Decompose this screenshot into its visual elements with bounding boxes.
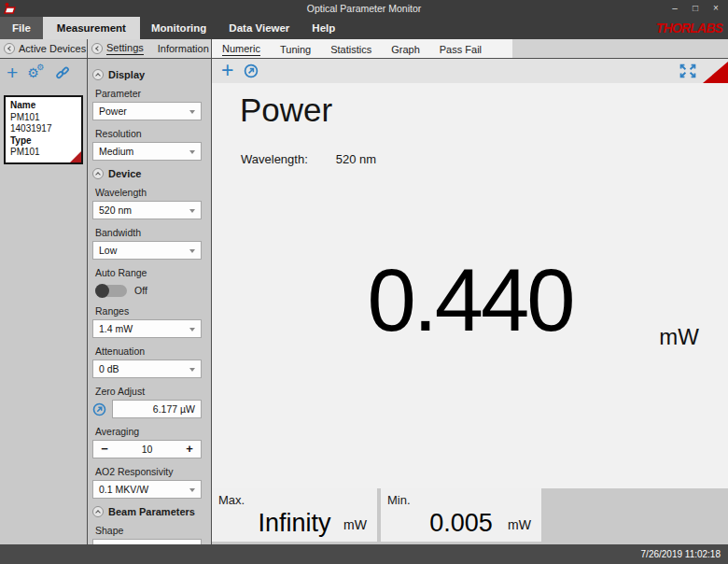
numeric-view: Power Wavelength: 520 nm 0.440 mW: [212, 83, 728, 488]
attenuation-label: Attenuation: [95, 345, 202, 357]
active-devices-header: Active Devices: [0, 39, 87, 59]
auto-range-state: Off: [134, 285, 147, 296]
settings-body: Display Parameter Power Resolution Mediu…: [88, 59, 211, 544]
device-card-corner-badge: [70, 151, 81, 162]
bandwidth-label: Bandwidth: [95, 227, 202, 238]
ranges-select[interactable]: 1.4 mW: [92, 319, 202, 338]
menu-help[interactable]: Help: [301, 17, 346, 39]
menu-bar: File Measurement Monitoring Data Viewer …: [0, 17, 728, 39]
min-unit: mW: [508, 517, 531, 532]
power-reading-value: 0.440: [212, 257, 728, 345]
status-bar: 7/26/2019 11:02:18: [0, 544, 728, 564]
section-beam-parameters[interactable]: Beam Parameters: [92, 506, 202, 517]
min-label: Min.: [387, 493, 411, 507]
wavelength-caption: Wavelength:: [241, 152, 308, 166]
status-timestamp: 7/26/2019 11:02:18: [641, 549, 721, 559]
bandwidth-select[interactable]: Low: [92, 241, 202, 260]
responsivity-select[interactable]: 0.1 MKV/W: [92, 480, 202, 499]
chevron-down-icon: [189, 150, 195, 154]
responsivity-label: AO2 Responsivity: [95, 466, 202, 477]
menu-data-viewer[interactable]: Data Viewer: [217, 17, 301, 39]
section-display[interactable]: Display: [92, 69, 202, 80]
main-toolbar: +: [212, 59, 728, 83]
menu-file[interactable]: File: [0, 17, 43, 39]
app-logo-icon: [4, 2, 17, 19]
main-area: Numeric Tuning Statistics Graph Pass Fai…: [212, 39, 728, 544]
zero-adjust-row: 6.177 µW: [92, 400, 202, 418]
tab-pass-fail[interactable]: Pass Fail: [440, 44, 482, 55]
add-panel-icon[interactable]: +: [221, 60, 233, 80]
device-settings-icon[interactable]: ⚙ ⚙: [28, 64, 45, 81]
close-icon[interactable]: ×: [706, 0, 726, 17]
tab-numeric[interactable]: Numeric: [222, 43, 260, 56]
auto-range-row: Off: [95, 283, 202, 298]
titlebar: Optical Parameter Monitor – □ ×: [0, 0, 728, 17]
thorlabs-logo: THORLABS: [656, 17, 728, 39]
settings-panel: Settings Information Display Parameter P…: [88, 39, 212, 544]
chevron-down-icon: [189, 209, 195, 213]
minimize-icon[interactable]: –: [665, 0, 685, 17]
max-unit: mW: [343, 517, 367, 532]
device-name-value: PM101 14031917: [10, 112, 77, 135]
device-type-value: PM101: [10, 147, 77, 159]
window-controls: – □ ×: [665, 0, 726, 17]
decrement-button[interactable]: −: [93, 441, 116, 458]
ranges-label: Ranges: [95, 305, 202, 317]
power-reading-unit: mW: [659, 324, 699, 350]
wavelength-select[interactable]: 520 nm: [92, 201, 202, 219]
toggle-knob: [95, 284, 109, 298]
menu-monitoring[interactable]: Monitoring: [140, 17, 217, 39]
resolution-select[interactable]: Medium: [92, 142, 202, 161]
menu-measurement[interactable]: Measurement: [43, 17, 140, 39]
attenuation-select[interactable]: 0 dB: [92, 360, 202, 378]
auto-range-toggle[interactable]: [95, 285, 127, 297]
parameter-select[interactable]: Power: [92, 102, 202, 120]
devices-toolbar: + ⚙ ⚙: [0, 59, 87, 87]
parameter-label: Parameter: [95, 88, 202, 99]
tab-graph[interactable]: Graph: [391, 44, 420, 55]
max-box: Max. Infinity mW: [212, 488, 377, 542]
device-type-label: Type: [10, 135, 77, 148]
section-device[interactable]: Device: [92, 168, 202, 179]
zero-adjust-icon[interactable]: [92, 402, 106, 416]
app-window: Optical Parameter Monitor – □ × File Mea…: [0, 0, 728, 564]
zero-adjust-value[interactable]: 6.177 µW: [112, 400, 202, 418]
tab-settings[interactable]: Settings: [106, 42, 144, 55]
zero-adjust-toolbar-icon[interactable]: [244, 63, 259, 78]
collapse-section-icon[interactable]: [92, 69, 104, 80]
shape-label: Shape: [95, 525, 202, 536]
wavelength-value: 520 nm: [336, 152, 376, 166]
maximize-icon[interactable]: □: [685, 0, 706, 17]
fullscreen-icon[interactable]: [679, 63, 697, 83]
tab-tuning[interactable]: Tuning: [280, 44, 311, 55]
active-devices-panel: Active Devices + ⚙ ⚙ Name PM101 14031917: [0, 39, 88, 544]
chevron-down-icon: [189, 368, 195, 372]
alert-corner-badge: [703, 62, 728, 83]
collapse-panel-icon[interactable]: [4, 43, 15, 54]
collapse-section-icon[interactable]: [92, 168, 104, 179]
tab-information[interactable]: Information: [158, 43, 209, 54]
chevron-down-icon: [189, 249, 195, 253]
page-title: Power: [240, 92, 332, 129]
collapse-section-icon[interactable]: [92, 506, 104, 517]
collapse-settings-icon[interactable]: [91, 43, 103, 54]
averaging-stepper: − 10 +: [92, 440, 202, 458]
auto-range-label: Auto Range: [95, 267, 202, 278]
window-title: Optical Parameter Monitor: [307, 0, 422, 17]
active-devices-title: Active Devices: [19, 43, 86, 54]
device-name-label: Name: [10, 100, 77, 112]
settings-header: Settings Information: [88, 39, 211, 59]
chevron-down-icon: [189, 328, 195, 331]
wavelength-row: Wavelength: 520 nm: [241, 152, 376, 166]
tab-statistics[interactable]: Statistics: [330, 44, 371, 55]
device-card[interactable]: Name PM101 14031917 Type PM101: [4, 95, 83, 164]
increment-button[interactable]: +: [178, 441, 201, 458]
averaging-label: Averaging: [95, 426, 202, 437]
add-device-icon[interactable]: +: [7, 63, 18, 82]
averaging-value: 10: [116, 441, 178, 458]
connect-device-icon[interactable]: [55, 65, 70, 80]
chevron-down-icon: [189, 110, 195, 114]
minmax-strip: Max. Infinity mW Min. 0.005 mW: [212, 488, 728, 544]
min-box: Min. 0.005 mW: [381, 488, 541, 542]
wavelength-label: Wavelength: [95, 187, 202, 198]
